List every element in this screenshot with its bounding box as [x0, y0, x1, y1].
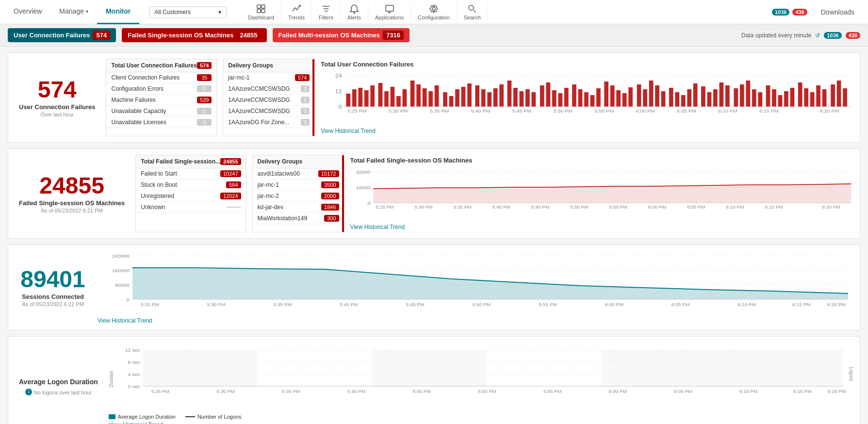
- svg-rect-36: [443, 92, 448, 107]
- sc-summary-left: 89401 Sessions Connected As of 05/23/202…: [14, 251, 92, 324]
- svg-rect-3: [262, 9, 265, 13]
- svg-rect-57: [578, 89, 583, 107]
- ald-view-trend[interactable]: View Historical Trend: [109, 422, 854, 424]
- svg-rect-45: [500, 84, 504, 107]
- svg-rect-24: [364, 90, 369, 107]
- user-connection-failures-pill[interactable]: User Connection Failures 574: [8, 28, 116, 42]
- nav-icon-dashboard[interactable]: Dashboard: [241, 2, 281, 22]
- trends-icon: [292, 4, 301, 14]
- svg-rect-89: [784, 91, 788, 107]
- svg-text:5:30 PM: 5:30 PM: [207, 303, 226, 307]
- svg-text:5:30 PM: 5:30 PM: [414, 205, 432, 210]
- svg-rect-54: [558, 93, 563, 107]
- svg-rect-63: [617, 90, 621, 107]
- notification-count-badge[interactable]: 1036: [772, 9, 789, 16]
- svg-rect-23: [359, 88, 363, 107]
- svg-text:6:00 PM: 6:00 PM: [636, 109, 655, 114]
- alert-count-badge[interactable]: 438: [792, 9, 807, 16]
- configuration-icon: [429, 4, 439, 14]
- ucf-stats-header-label: Total User Connection Failures: [111, 62, 197, 69]
- svg-text:5:45 PM: 5:45 PM: [412, 390, 430, 394]
- top-notif-badge[interactable]: 1036: [824, 32, 841, 39]
- svg-text:6:20 PM: 6:20 PM: [820, 109, 839, 114]
- svg-rect-37: [449, 96, 454, 107]
- stat-label: Unavailable Licenses: [111, 119, 166, 126]
- svg-line-14: [474, 10, 476, 13]
- svg-rect-77: [707, 92, 712, 107]
- sc-chart-container: 240000 160000 80000 0 5:25 PM 5:30 PM 5:…: [98, 251, 854, 324]
- nav-icon-configuration[interactable]: Configuration: [411, 2, 457, 22]
- svg-text:6:20 PM: 6:20 PM: [828, 390, 846, 394]
- svg-rect-56: [572, 84, 576, 107]
- svg-text:5:30 PM: 5:30 PM: [216, 390, 234, 394]
- ucf-stats-header-count: 574: [197, 62, 212, 69]
- scrollbar[interactable]: [342, 155, 344, 232]
- svg-text:5:55 PM: 5:55 PM: [539, 303, 557, 307]
- nav-icon-applications[interactable]: Applications: [368, 2, 411, 22]
- svg-rect-43: [488, 92, 492, 107]
- svg-rect-30: [403, 89, 407, 107]
- svg-rect-80: [725, 85, 730, 107]
- svg-rect-79: [720, 82, 724, 107]
- sc-view-trend[interactable]: View Historical Trend: [98, 317, 854, 324]
- nav-icon-alerts[interactable]: Alerts: [341, 2, 368, 22]
- manage-dropdown-arrow: ▾: [86, 9, 88, 14]
- svg-rect-22: [352, 89, 357, 107]
- delivery-row: 1AAzureDG For Zone... 0: [223, 117, 314, 128]
- fss-chart-title: Total Failed Single-session OS Machines: [350, 157, 854, 164]
- fss-summary-left: 24855 Failed Single-session OS Machines …: [14, 155, 130, 232]
- svg-text:0: 0: [339, 104, 342, 110]
- downloads-button[interactable]: Downloads: [812, 8, 863, 16]
- svg-point-8: [354, 13, 355, 14]
- stat-value: 0: [197, 108, 212, 114]
- ucf-sublabel: Over last hour: [40, 112, 74, 117]
- nav-icon-search[interactable]: Search: [457, 2, 488, 22]
- svg-text:6:15 PM: 6:15 PM: [765, 205, 783, 210]
- svg-rect-64: [622, 93, 627, 107]
- nav-icon-filters[interactable]: Filters: [312, 2, 341, 22]
- dashboard-icon: [256, 4, 266, 14]
- svg-text:5:35 PM: 5:35 PM: [453, 205, 471, 210]
- customer-dropdown[interactable]: All Customers ▾: [149, 6, 227, 18]
- scrollbar[interactable]: [312, 59, 314, 136]
- user-connection-failures-section: 574 User Connection Failures Over last h…: [8, 52, 860, 143]
- refresh-icon[interactable]: ↺: [815, 32, 820, 39]
- svg-rect-0: [257, 5, 261, 8]
- svg-rect-62: [610, 85, 615, 107]
- svg-rect-25: [371, 85, 375, 107]
- nav-icon-trends[interactable]: Trends: [281, 2, 312, 22]
- svg-text:5:55 PM: 5:55 PM: [609, 205, 627, 210]
- svg-rect-91: [798, 82, 802, 107]
- stat-value: 539: [197, 97, 212, 103]
- svg-text:16000: 16000: [356, 185, 370, 190]
- ucf-stats-table: Total User Connection Failures 574 Clien…: [106, 59, 217, 136]
- svg-text:5:55 PM: 5:55 PM: [595, 109, 614, 114]
- tab-overview[interactable]: Overview: [5, 0, 50, 24]
- svg-rect-83: [746, 81, 751, 107]
- svg-rect-1: [262, 5, 265, 8]
- stat-value: 0: [197, 85, 212, 92]
- data-update-info: Data updated every minute ↺ 1036 438: [741, 32, 860, 39]
- svg-rect-44: [493, 88, 498, 107]
- stats-row: Unregistered 12024: [136, 191, 246, 202]
- top-alert-badge[interactable]: 438: [846, 32, 860, 39]
- svg-text:5:25 PM: 5:25 PM: [141, 303, 159, 307]
- failed-multi-session-pill[interactable]: Failed Multi-session OS Machines 7316: [273, 28, 409, 42]
- ucf-view-trend[interactable]: View Historical Trend: [321, 128, 854, 134]
- search-icon: [467, 4, 477, 14]
- delivery-row: 1AAzureCCMCSWSDG 0: [223, 95, 314, 106]
- ald-label: Average Logon Duration: [19, 378, 98, 386]
- fss-pill-count: 24855: [236, 31, 261, 40]
- svg-rect-87: [772, 89, 776, 107]
- info-icon[interactable]: i: [25, 389, 32, 395]
- tab-monitor[interactable]: Monitor: [97, 0, 139, 24]
- svg-point-13: [469, 5, 474, 10]
- svg-text:6:05 PM: 6:05 PM: [674, 390, 692, 394]
- svg-rect-85: [758, 92, 763, 107]
- failed-single-session-pill[interactable]: Failed Single-session OS Machines 24855: [122, 28, 266, 42]
- tab-manage[interactable]: Manage ▾: [50, 0, 97, 24]
- fss-view-trend[interactable]: View Historical Trend: [350, 224, 854, 230]
- svg-rect-50: [532, 92, 536, 107]
- svg-rect-86: [766, 85, 770, 107]
- ucf-bar-chart: 24 12 0: [321, 71, 854, 124]
